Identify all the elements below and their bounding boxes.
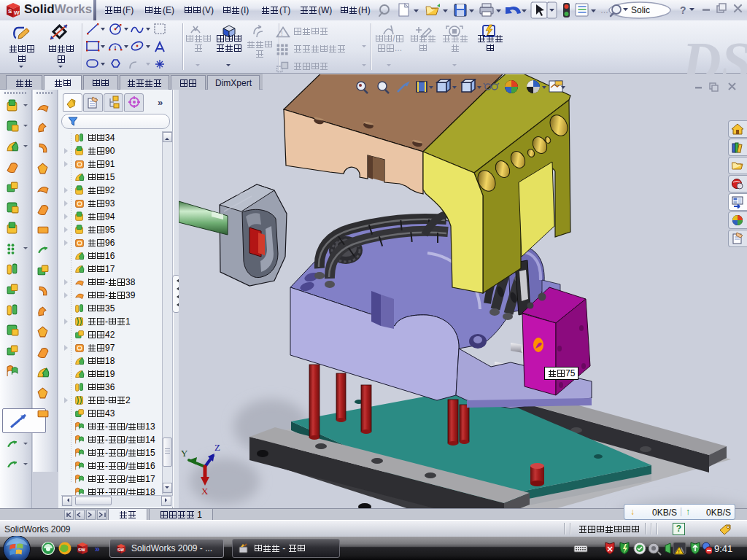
svg-text:SW: SW: [78, 548, 85, 552]
svg-text:!: !: [281, 30, 282, 37]
svg-text:Solic: Solic: [631, 5, 650, 15]
svg-text:»: »: [95, 544, 100, 554]
svg-text:S: S: [8, 8, 12, 15]
svg-text:W: W: [14, 9, 20, 16]
svg-text:Z: Z: [214, 442, 220, 453]
svg-text:SW: SW: [117, 548, 125, 552]
svg-text:!: !: [678, 548, 680, 555]
svg-text:?: ?: [680, 4, 686, 16]
svg-text:Y: Y: [181, 448, 188, 459]
svg-text:…: …: [600, 6, 608, 15]
svg-text:X: X: [201, 486, 209, 497]
